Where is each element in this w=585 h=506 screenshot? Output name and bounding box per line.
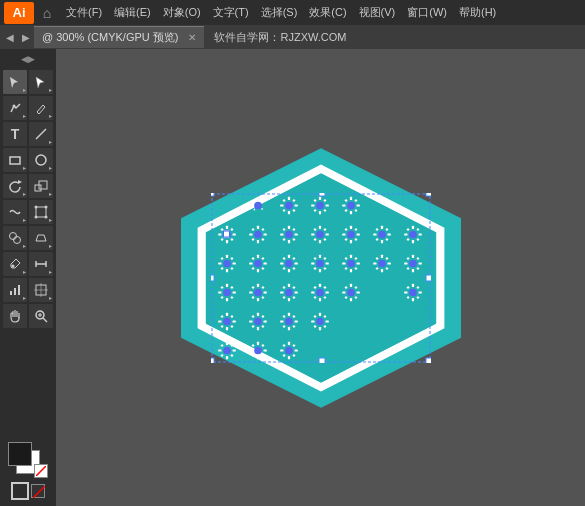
- svg-rect-60: [225, 225, 227, 228]
- tab-scroll-left[interactable]: ◀: [2, 32, 18, 43]
- menu-select[interactable]: 选择(S): [255, 3, 304, 22]
- svg-rect-278: [218, 349, 221, 351]
- svg-rect-271: [313, 314, 316, 317]
- menu-items: 文件(F) 编辑(E) 对象(O) 文字(T) 选择(S) 效果(C) 视图(V…: [60, 3, 502, 22]
- menu-effect[interactable]: 效果(C): [303, 3, 352, 22]
- svg-rect-107: [373, 233, 376, 235]
- scale-tool[interactable]: [29, 174, 53, 198]
- svg-rect-97: [349, 240, 351, 243]
- svg-rect-34: [287, 211, 289, 214]
- direct-select-tool[interactable]: [29, 70, 53, 94]
- color-swatches[interactable]: [8, 442, 48, 478]
- svg-rect-63: [232, 233, 235, 235]
- hand-tool[interactable]: [3, 304, 27, 328]
- menu-file[interactable]: 文件(F): [60, 3, 108, 22]
- svg-point-50: [347, 201, 355, 209]
- menu-object[interactable]: 对象(O): [157, 3, 207, 22]
- svg-rect-129: [230, 256, 233, 259]
- svg-rect-40: [292, 208, 295, 211]
- svg-rect-146: [282, 266, 285, 269]
- warp-tool[interactable]: [3, 200, 27, 224]
- svg-rect-259: [287, 327, 289, 330]
- svg-rect-261: [294, 320, 297, 322]
- svg-point-257: [285, 317, 293, 325]
- stroke-swatch[interactable]: [11, 482, 29, 500]
- menu-help[interactable]: 帮助(H): [453, 3, 502, 22]
- perspective-tool[interactable]: [29, 226, 53, 250]
- zoom-tool[interactable]: [29, 304, 53, 328]
- menu-edit[interactable]: 编辑(E): [108, 3, 157, 22]
- measure-tool[interactable]: [29, 252, 53, 276]
- svg-rect-125: [218, 262, 221, 264]
- svg-rect-159: [349, 254, 351, 257]
- svg-rect-199: [251, 285, 254, 288]
- gear-dot: [307, 279, 333, 305]
- shape-builder-tool[interactable]: [3, 226, 27, 250]
- svg-point-77: [285, 230, 293, 238]
- svg-point-0: [13, 105, 16, 108]
- menu-window[interactable]: 窗口(W): [401, 3, 453, 22]
- svg-rect-45: [325, 204, 328, 206]
- svg-rect-177: [411, 254, 413, 257]
- line-tool[interactable]: [29, 122, 53, 146]
- svg-rect-51: [349, 196, 351, 199]
- tool-row-7: [2, 226, 54, 250]
- gear-dot: [276, 308, 302, 334]
- svg-rect-153: [325, 262, 328, 264]
- svg-point-176: [409, 259, 417, 267]
- svg-rect-296: [280, 349, 283, 351]
- pen-tool[interactable]: [3, 96, 27, 120]
- free-transform-tool[interactable]: [29, 200, 53, 224]
- eyedropper-tool[interactable]: [3, 252, 27, 276]
- canvas-area: [56, 49, 585, 506]
- svg-rect-145: [282, 256, 285, 259]
- tab-scroll-right[interactable]: ▶: [18, 32, 34, 43]
- toolbar-collapse[interactable]: ◀▶: [0, 51, 56, 67]
- svg-rect-132: [256, 254, 258, 257]
- foreground-color-swatch[interactable]: [8, 442, 32, 466]
- rotate-tool[interactable]: [3, 174, 27, 198]
- type-tool[interactable]: T: [3, 122, 27, 146]
- svg-point-95: [347, 230, 355, 238]
- svg-rect-297: [294, 349, 297, 351]
- select-tool[interactable]: [3, 70, 27, 94]
- svg-rect-263: [282, 324, 285, 327]
- svg-point-185: [223, 288, 231, 296]
- menu-text[interactable]: 文字(T): [207, 3, 255, 22]
- svg-rect-301: [292, 353, 295, 356]
- svg-rect-53: [342, 204, 345, 206]
- gear-dot: [276, 337, 302, 363]
- svg-rect-171: [387, 262, 390, 264]
- rectangle-tool[interactable]: [3, 148, 27, 172]
- svg-rect-220: [323, 295, 326, 298]
- graph-tool[interactable]: [3, 278, 27, 302]
- svg-rect-281: [220, 353, 223, 356]
- svg-rect-242: [218, 320, 221, 322]
- svg-rect-265: [292, 324, 295, 327]
- home-icon[interactable]: ⌂: [36, 2, 58, 24]
- tab-close-button[interactable]: ✕: [188, 32, 196, 43]
- svg-rect-247: [230, 324, 233, 327]
- svg-rect-186: [225, 283, 227, 286]
- svg-rect-170: [373, 262, 376, 264]
- svg-point-239: [223, 317, 231, 325]
- ellipse-tool[interactable]: [29, 148, 53, 172]
- pencil-tool[interactable]: [29, 96, 53, 120]
- svg-rect-195: [256, 283, 258, 286]
- svg-rect-93: [323, 227, 326, 230]
- svg-rect-115: [411, 240, 413, 243]
- svg-rect-217: [313, 285, 316, 288]
- svg-rect-35: [280, 204, 283, 206]
- svg-rect-108: [387, 233, 390, 235]
- svg-point-8: [45, 206, 48, 209]
- svg-rect-79: [287, 240, 289, 243]
- tab-title: @ 300% (CMYK/GPU 预览): [42, 30, 178, 45]
- artboard-tool[interactable]: [29, 278, 53, 302]
- reset-colors[interactable]: [34, 464, 48, 478]
- menu-view[interactable]: 视图(V): [353, 3, 402, 22]
- tab-active[interactable]: @ 300% (CMYK/GPU 预览) ✕: [34, 26, 204, 48]
- svg-rect-268: [318, 327, 320, 330]
- svg-rect-181: [406, 256, 409, 259]
- svg-rect-4: [35, 185, 41, 191]
- none-swatch[interactable]: [31, 484, 45, 498]
